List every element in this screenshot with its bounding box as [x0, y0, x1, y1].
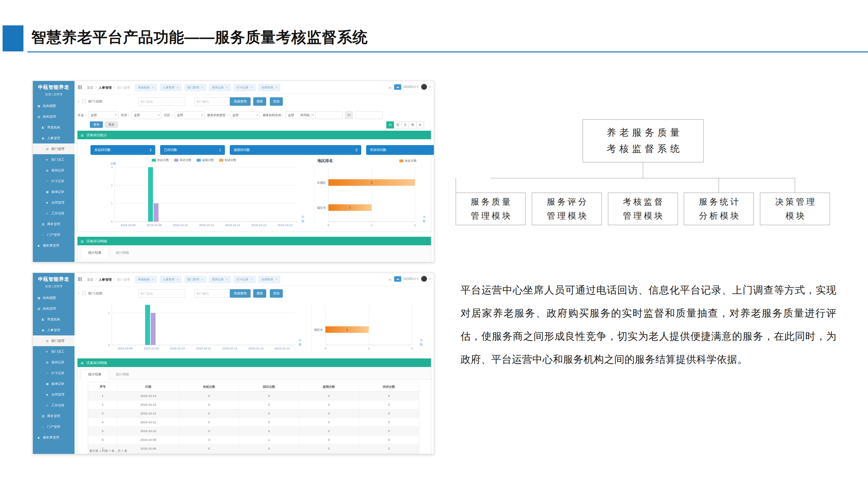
sidebar-menu-item[interactable]: ▥ 商务管理 [33, 219, 74, 229]
sidebar-menu-item[interactable]: ◔ 打卡记录 [33, 176, 74, 187]
sidebar-menu-item[interactable]: ▥ 商务管理 [33, 411, 74, 421]
filter-select-box[interactable]: 全部 [230, 111, 260, 119]
advanced-query-button[interactable]: 高级查询 [230, 289, 251, 298]
tab-chip[interactable]: 人事管理 × [160, 84, 182, 91]
sidebar-menu-item[interactable]: ▤ 机构管理 [33, 303, 74, 314]
detail-tab[interactable]: 统计明细 [109, 248, 136, 258]
menu-item-label: 养老机构 [47, 318, 60, 321]
filter-select-box[interactable]: 全部 [89, 111, 119, 119]
x-axis-title: 日期 [299, 338, 301, 347]
tab-chip[interactable]: 部门管理 × [185, 84, 206, 91]
tab-chip[interactable]: 查岗记录 × [209, 84, 231, 91]
period-toggle-option[interactable]: 月 [401, 121, 409, 129]
sidebar-menu-item[interactable]: ◇ 工作安排 [33, 400, 74, 411]
chevron-down-icon[interactable]: ▾ [429, 86, 431, 89]
close-icon[interactable]: × [251, 86, 253, 89]
chevron-down-icon[interactable]: ▾ [429, 278, 431, 281]
avatar[interactable] [421, 84, 427, 90]
sidebar-menu-item[interactable]: ◍ 查岗记录 [33, 357, 74, 368]
time-end-input[interactable] [355, 111, 383, 119]
avatar[interactable] [421, 276, 427, 282]
query-button[interactable]: 查询 [90, 121, 103, 128]
sidebar-toggle-icon[interactable]: ||| [78, 85, 82, 89]
tab-chip[interactable]: 查岗记录 × [209, 276, 231, 283]
add-button[interactable]: 添加 [270, 97, 283, 106]
tab-chip[interactable]: 合同管理 × [258, 276, 280, 283]
sidebar-menu-item[interactable]: ◉ 人事管理 [33, 325, 74, 335]
dept-name-input[interactable] [138, 97, 185, 106]
close-icon[interactable]: × [152, 278, 154, 281]
time-start-input[interactable] [315, 111, 343, 119]
sidebar-menu-item[interactable]: ◈ 合同管理 [33, 389, 74, 400]
department-checkbox[interactable] [82, 292, 86, 295]
diagram-module-box: 决策管理 模块 [760, 193, 830, 225]
period-toggle-option[interactable]: 日 [386, 121, 394, 129]
sidebar-menu-item[interactable]: ◧ 养老机构 [33, 314, 74, 325]
sidebar-menu-item[interactable]: ⌂ 门户管理 [33, 421, 74, 432]
dept-name-input[interactable] [138, 289, 185, 298]
tab-chip[interactable]: 部门管理 × [185, 276, 206, 283]
sidebar-menu-item[interactable]: ◆ 服务商管理 [33, 240, 74, 251]
period-toggle-option[interactable]: 年 [416, 121, 424, 129]
add-button[interactable]: 添加 [270, 289, 283, 298]
tab-chip[interactable]: 人事管理 × [160, 276, 182, 283]
close-icon[interactable]: × [226, 86, 228, 89]
close-icon[interactable]: × [202, 86, 203, 89]
trend-bar-chart: 012019-10-082019-10-092019-10-102019-10-… [77, 303, 305, 352]
sidebar-menu-item[interactable]: ◎ 部门管理 [33, 335, 74, 346]
reset-button[interactable]: 重置 [105, 121, 118, 128]
breadcrumb-section[interactable]: 人事管理 [99, 86, 112, 90]
weather-text: 晴转阴13°C [404, 277, 419, 281]
sidebar-menu-item[interactable]: ▦ 机构视图 [33, 292, 74, 303]
menu-item-label: 服务商管理 [43, 435, 59, 439]
sidebar-menu-item[interactable]: ◇ 工作安排 [33, 208, 74, 219]
sidebar-menu-item[interactable]: ● 部门员工 [33, 346, 74, 357]
search-button[interactable]: 搜索 [253, 289, 266, 298]
close-icon[interactable]: × [251, 278, 253, 281]
sidebar-menu-item[interactable]: ▣ 接单记录 [33, 378, 74, 389]
sidebar-menu-item[interactable]: ▣ 接单记录 [33, 187, 74, 197]
close-icon[interactable]: × [275, 86, 277, 89]
sidebar-menu-item[interactable]: ● 部门员工 [33, 154, 74, 165]
tab-chip[interactable]: 打卡记录 × [234, 84, 255, 91]
sidebar-toggle-icon[interactable]: ||| [78, 276, 82, 281]
filter-select-box[interactable]: 全部 [131, 111, 161, 119]
filter-select-box[interactable]: 全部 [175, 111, 205, 119]
cell-overdue: 0 [299, 409, 359, 418]
collapse-caret-icon[interactable]: ▾ [78, 292, 79, 295]
tab-chip[interactable]: 合同管理 × [258, 84, 280, 91]
collapse-caret-icon[interactable]: ▾ [78, 100, 79, 103]
close-icon[interactable]: × [177, 278, 178, 281]
department-checkbox[interactable] [82, 100, 86, 103]
detail-tab[interactable]: 统计明细 [109, 369, 136, 379]
sidebar-menu-item[interactable]: ◉ 人事管理 [33, 133, 74, 143]
sidebar-menu-item[interactable]: ◔ 打卡记录 [33, 368, 74, 378]
detail-tab[interactable]: 统计结果 [81, 248, 109, 258]
close-icon[interactable]: × [226, 278, 228, 281]
period-toggle-option[interactable]: 周 [394, 121, 402, 129]
sidebar-menu-item[interactable]: ▦ 机构视图 [33, 100, 74, 111]
close-icon[interactable]: × [177, 86, 178, 89]
close-icon[interactable]: × [152, 86, 154, 89]
search-button[interactable]: 搜索 [253, 97, 266, 106]
detail-tab[interactable]: 统计结果 [81, 369, 109, 380]
breadcrumb-home[interactable]: 首页 [87, 278, 93, 282]
close-icon[interactable]: × [275, 278, 277, 281]
sidebar-menu-item[interactable]: ◈ 合同管理 [33, 197, 74, 208]
tab-chip[interactable]: 养老机构 × [135, 276, 157, 283]
sidebar-menu-item[interactable]: ⌂ 门户管理 [33, 229, 74, 240]
advanced-query-button[interactable]: 高级查询 [230, 97, 251, 106]
tab-chip[interactable]: 打卡记录 × [234, 276, 255, 283]
sidebar-menu-item[interactable]: ◆ 服务商管理 [33, 432, 74, 443]
sidebar-menu-item[interactable]: ◎ 部门管理 [33, 143, 74, 154]
breadcrumb-home[interactable]: 首页 [87, 86, 93, 90]
close-icon[interactable]: × [202, 278, 203, 281]
sidebar-menu-item[interactable]: ▤ 机构管理 [33, 111, 74, 122]
sidebar-menu-item[interactable]: ◧ 养老机构 [33, 122, 74, 133]
tab-chip[interactable]: 养老机构 × [135, 84, 157, 91]
breadcrumb-section[interactable]: 人事管理 [99, 278, 112, 282]
tab-chip-label: 养老机构 [138, 86, 150, 89]
module-line-1: 服务统计 [697, 196, 741, 207]
sidebar-menu-item[interactable]: ◍ 查岗记录 [33, 165, 74, 176]
period-toggle-option[interactable]: 季 [409, 121, 416, 129]
